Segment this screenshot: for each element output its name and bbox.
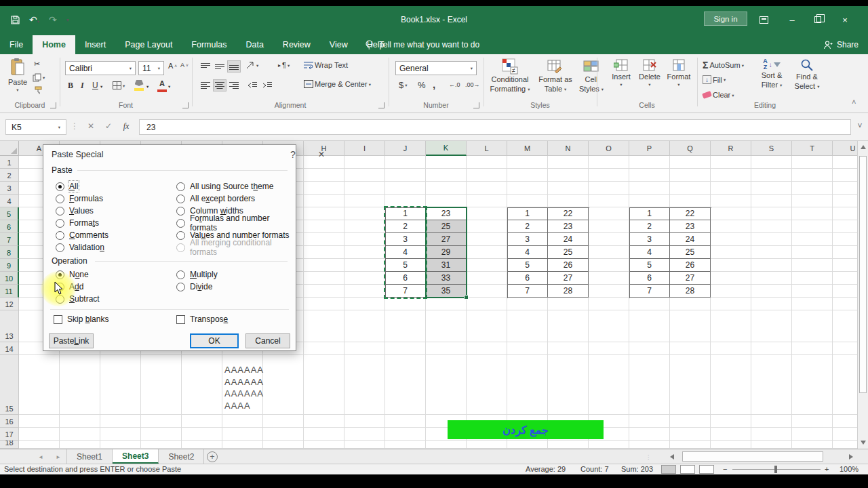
ribbon-display-options-button[interactable] [754, 13, 773, 26]
column-header-J[interactable]: J [385, 141, 426, 156]
cell[interactable]: 23 [548, 220, 589, 233]
format-cells-button[interactable]: Format ▾ [665, 58, 693, 87]
tab-view[interactable]: View [320, 35, 357, 54]
increase-font-size-button[interactable]: A˄ [168, 62, 177, 70]
cancel-button[interactable]: Cancel [245, 333, 290, 348]
cell[interactable]: 33 [426, 272, 467, 285]
tab-formulas[interactable]: Formulas [182, 35, 236, 54]
cell[interactable]: 27 [426, 233, 467, 246]
cell[interactable]: 7 [507, 285, 548, 298]
normal-view-button[interactable] [661, 465, 676, 474]
align-bottom-button[interactable] [227, 60, 241, 73]
row-header-10[interactable]: 10 [0, 272, 19, 285]
row-header-5[interactable]: 5 [0, 207, 19, 220]
sheet-tab-sheet1[interactable]: Sheet1 [67, 449, 113, 464]
cell[interactable]: 31 [426, 259, 467, 272]
tab-file[interactable]: File [0, 35, 33, 54]
checkbox-transpose[interactable]: Transpose [176, 313, 228, 325]
align-left-button[interactable] [199, 79, 212, 92]
undo-icon[interactable]: ↶▾ [29, 14, 39, 25]
hscroll-right-icon[interactable] [849, 454, 853, 460]
row-header-7[interactable]: 7 [0, 233, 19, 246]
row-header-12[interactable]: 12 [0, 298, 19, 310]
tab-scroll-splitter-icon[interactable]: ⋮ [646, 454, 651, 460]
bold-button[interactable]: B [68, 81, 73, 91]
row-header-1[interactable]: 1 [0, 156, 19, 169]
row-header-16[interactable]: 16 [0, 415, 19, 428]
cell[interactable]: 1 [507, 207, 548, 220]
fill-color-button[interactable] [134, 80, 144, 91]
increase-decimal-button[interactable]: ←.0 [449, 81, 460, 88]
column-header-I[interactable]: I [344, 141, 385, 156]
merge-center-button[interactable]: Merge & Center ▾ [304, 80, 371, 88]
select-all-corner[interactable] [0, 141, 19, 156]
cell-styles-button[interactable]: Cell Styles▾ [576, 58, 606, 94]
cell[interactable]: 22 [548, 207, 589, 220]
cell[interactable]: 4 [629, 246, 670, 259]
comma-style-button[interactable]: , [433, 79, 435, 90]
zoom-out-button[interactable]: − [723, 465, 727, 473]
underline-dropdown-icon[interactable]: ▾ [100, 84, 102, 89]
radio-values[interactable]: Values [56, 205, 108, 217]
share-button[interactable]: Share [823, 35, 859, 54]
customize-qat-icon[interactable]: ▾ [66, 18, 69, 22]
sign-in-button[interactable]: Sign in [704, 12, 747, 26]
alignment-dialog-launcher-icon[interactable] [378, 102, 384, 108]
next-sheet-icon[interactable]: ► [56, 454, 61, 460]
zoom-in-button[interactable]: + [825, 465, 829, 473]
fill-handle[interactable] [464, 295, 469, 300]
cell[interactable]: 6 [385, 272, 426, 285]
cell[interactable]: 4 [507, 246, 548, 259]
delete-cells-button[interactable]: Delete ▾ [636, 58, 663, 87]
radio-all-except-borders[interactable]: All except borders [176, 192, 296, 205]
cell[interactable]: 5 [629, 259, 670, 272]
radio-divide[interactable]: Divide [176, 281, 218, 293]
text-direction-button[interactable]: ▸¶▾ [278, 61, 290, 69]
font-name-combobox[interactable]: Calibri ▾ [65, 61, 136, 75]
radio-all-using-source-theme[interactable]: All using Source theme [176, 180, 296, 192]
underline-button[interactable]: U [92, 81, 98, 90]
cell[interactable]: 3 [507, 233, 548, 246]
row-header-11[interactable]: 11 [0, 285, 19, 298]
column-header-N[interactable]: N [548, 141, 589, 156]
number-dialog-launcher-icon[interactable] [473, 102, 479, 108]
clear-button[interactable]: Clear ▾ [703, 91, 734, 99]
restore-button[interactable] [808, 13, 827, 26]
column-header-R[interactable]: R [711, 141, 751, 156]
cell[interactable]: 22 [670, 207, 711, 220]
accounting-format-button[interactable]: $▾ [399, 80, 408, 90]
cell[interactable]: 25 [670, 246, 711, 259]
radio-comments[interactable]: Comments [56, 229, 108, 241]
cell[interactable]: 27 [670, 272, 711, 285]
font-color-dropdown-icon[interactable]: ▾ [168, 84, 170, 89]
tab-review[interactable]: Review [273, 35, 320, 54]
format-painter-button[interactable] [34, 86, 43, 95]
cell[interactable]: 28 [670, 285, 711, 298]
radio-none[interactable]: None [56, 268, 100, 281]
page-layout-view-button[interactable] [680, 465, 695, 474]
cell[interactable]: 26 [548, 259, 589, 272]
new-sheet-button[interactable]: + [207, 451, 218, 462]
column-header-M[interactable]: M [507, 141, 548, 156]
radio-multiply[interactable]: Multiply [176, 268, 218, 281]
cell[interactable]: 7 [629, 285, 670, 298]
row-header-3[interactable]: 3 [0, 182, 19, 195]
paste-dropdown-icon[interactable]: ▾ [16, 87, 18, 92]
dialog-close-button[interactable]: × [313, 148, 330, 161]
row-header-14[interactable]: 14 [0, 342, 19, 355]
dialog-help-button[interactable]: ? [285, 148, 301, 161]
font-dialog-launcher-icon[interactable] [182, 102, 189, 108]
scroll-down-icon[interactable] [861, 441, 866, 445]
font-size-dropdown-icon[interactable]: ▾ [158, 66, 160, 70]
radio-all[interactable]: All [56, 180, 108, 192]
sort-filter-button[interactable]: AZ↓ Sort & Filter▾ [755, 58, 788, 89]
cell[interactable]: 6 [507, 272, 548, 285]
scroll-up-icon[interactable] [861, 145, 866, 149]
font-color-button[interactable]: A [157, 79, 167, 92]
borders-button[interactable]: ▾ [113, 81, 125, 89]
fill-color-dropdown-icon[interactable]: ▾ [146, 84, 149, 89]
sheet-tab-sheet2[interactable]: Sheet2 [159, 449, 204, 464]
cell[interactable]: 23 [670, 220, 711, 233]
copy-dropdown-icon[interactable]: ▾ [43, 75, 45, 80]
cell[interactable]: 23 [426, 207, 467, 220]
